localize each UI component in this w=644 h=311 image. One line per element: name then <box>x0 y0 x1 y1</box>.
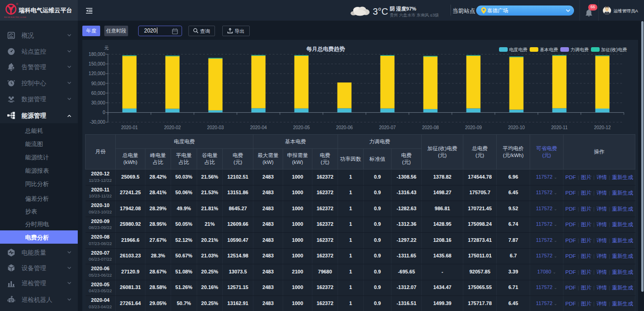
svg-text:30,000: 30,000 <box>91 100 105 105</box>
svg-text:基本电费: 基本电费 <box>540 47 558 52</box>
svg-text:120,000: 120,000 <box>89 71 106 76</box>
svg-text:60,000: 60,000 <box>91 91 105 96</box>
svg-text:180,000: 180,000 <box>89 52 106 57</box>
svg-text:2020-12: 2020-12 <box>594 125 611 130</box>
svg-text:2020-03: 2020-03 <box>207 125 224 130</box>
svg-text:150,000: 150,000 <box>89 61 106 66</box>
svg-text:2020-02: 2020-02 <box>164 125 181 130</box>
svg-text:力调电费: 力调电费 <box>570 47 589 52</box>
svg-text:90,000: 90,000 <box>91 81 105 86</box>
svg-text:2020-11: 2020-11 <box>551 125 568 130</box>
svg-text:2020-01: 2020-01 <box>121 125 138 130</box>
svg-text:-30,000: -30,000 <box>90 120 105 125</box>
svg-text:加征(收)电费: 加征(收)电费 <box>601 47 627 52</box>
svg-text:2020-04: 2020-04 <box>250 125 267 130</box>
svg-text:2020-05: 2020-05 <box>293 125 310 130</box>
svg-text:2020-06: 2020-06 <box>336 125 353 130</box>
svg-text:元: 元 <box>104 45 109 50</box>
svg-text:2020-08: 2020-08 <box>422 125 439 130</box>
svg-text:电度电费: 电度电费 <box>509 47 527 52</box>
svg-text:每月总电费趋势: 每月总电费趋势 <box>306 46 345 52</box>
svg-text:0: 0 <box>102 110 105 115</box>
svg-text:2020-10: 2020-10 <box>508 125 525 130</box>
svg-text:2020-07: 2020-07 <box>379 125 396 130</box>
svg-text:2020-09: 2020-09 <box>465 125 482 130</box>
